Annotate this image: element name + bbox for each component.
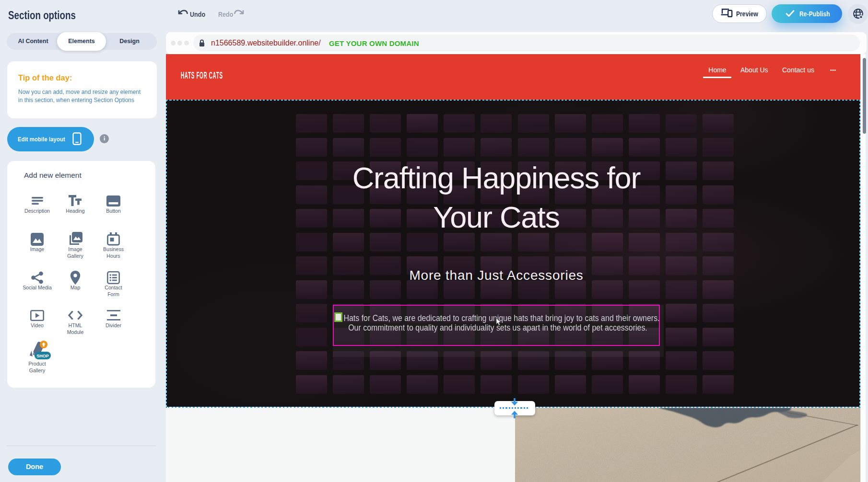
svg-text:SHOP: SHOP <box>36 354 49 358</box>
